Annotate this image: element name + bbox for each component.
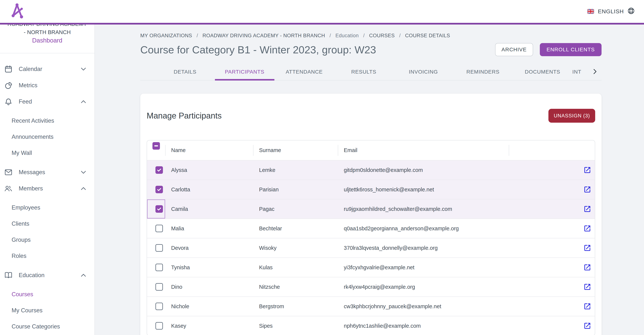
sidebar-item-roles[interactable]: Roles <box>0 248 94 264</box>
participant-surname-cell: Wisoky <box>253 245 338 251</box>
participant-row[interactable]: DevoraWisoky370lra3lqvesta_donnelly@exam… <box>147 238 595 257</box>
participant-row[interactable]: NicholeBergstromcw3kphbcrjohnny_paucek@e… <box>147 296 595 316</box>
participant-row[interactable]: MaliaBechtelarq0aa1sbd2georgianna_anders… <box>147 218 595 238</box>
row-checkbox[interactable] <box>156 322 163 329</box>
breadcrumb-item-education[interactable]: Education <box>335 33 359 39</box>
row-checkbox[interactable] <box>156 205 163 213</box>
participant-name-cell: Camila <box>165 206 253 212</box>
uk-flag-icon <box>587 9 594 14</box>
tab-int[interactable]: INT <box>572 64 589 80</box>
sidebar-item-recent-activities[interactable]: Recent Activities <box>0 113 94 129</box>
sidebar-item-feed[interactable]: Feed <box>0 93 94 110</box>
participant-surname-cell: Bechtelar <box>253 225 338 232</box>
row-checkbox[interactable] <box>156 244 163 252</box>
open-participant-icon[interactable] <box>583 263 592 271</box>
sidebar-item-employees[interactable]: Employees <box>0 200 94 216</box>
app-logo[interactable] <box>12 3 24 20</box>
language-selector[interactable]: ENGLISH <box>587 7 635 16</box>
logo-a-icon <box>12 3 24 20</box>
sidebar-item-announcements[interactable]: Announcements <box>0 129 94 145</box>
participant-email-cell: uljtettk6ross_homenick@example.net <box>338 186 509 193</box>
open-participant-icon[interactable] <box>583 166 592 174</box>
chevron-down-icon <box>80 67 86 71</box>
participant-surname-cell: Pagac <box>253 206 338 212</box>
participant-row[interactable]: TynishaKulasyi3fcyxhgvalrie@example.net <box>147 257 595 277</box>
participant-row[interactable]: DinoNitzscherk4lyxw4pcraig@example.org <box>147 277 595 296</box>
row-checkbox[interactable] <box>156 166 163 174</box>
row-checkbox[interactable] <box>156 283 163 291</box>
participant-row[interactable]: AlyssaLemkegitdpm0sldonette@example.com <box>147 160 595 180</box>
sidebar-item-label: Calendar <box>19 66 80 73</box>
sidebar-item-calendar[interactable]: Calendar <box>0 61 94 77</box>
sidebar-item-metrics[interactable]: Metrics <box>0 77 94 93</box>
participant-name-cell: Kasey <box>165 323 253 329</box>
sidebar-item-groups[interactable]: Groups <box>0 232 94 248</box>
sidebar-item-label: Groups <box>12 236 31 243</box>
enroll-clients-button[interactable]: ENROLL CLIENTS <box>540 43 602 56</box>
people-icon <box>4 185 12 192</box>
chevron-up-icon <box>80 273 86 277</box>
tab-participants[interactable]: PARTICIPANTS <box>215 64 274 80</box>
breadcrumb: MY ORGANIZATIONS/ROADWAY DRIVING ACADEMY… <box>140 33 602 39</box>
participant-name-cell: Devora <box>165 245 253 251</box>
sidebar-item-label: Clients <box>12 220 29 227</box>
sidebar-item-courses[interactable]: Courses <box>0 286 94 302</box>
breadcrumb-separator: / <box>399 33 401 39</box>
participant-row[interactable]: CamilaPagacru9jgxaomhildred_schowalter@e… <box>147 199 595 218</box>
row-checkbox[interactable] <box>156 303 163 310</box>
language-label: ENGLISH <box>598 8 624 15</box>
sidebar-item-members[interactable]: Members <box>0 180 94 197</box>
participant-row[interactable]: CarlottaParisianuljtettk6ross_homenick@e… <box>147 180 595 199</box>
pie-chart-icon <box>4 82 12 89</box>
sidebar-item-label: My Courses <box>12 307 42 314</box>
sidebar-item-my-courses[interactable]: My Courses <box>0 302 94 318</box>
breadcrumb-item-course-details[interactable]: COURSE DETAILS <box>405 33 450 39</box>
participants-table: Name Surname Email AlyssaLemkegitdpm0sld… <box>147 140 595 335</box>
tabs-scroll-right-button[interactable] <box>589 64 602 80</box>
open-participant-icon[interactable] <box>583 244 592 252</box>
sidebar-item-education[interactable]: Education <box>0 267 94 283</box>
book-icon <box>4 271 12 279</box>
tab-details[interactable]: DETAILS <box>155 64 215 80</box>
tab-documents[interactable]: DOCUMENTS <box>513 64 572 80</box>
row-checkbox[interactable] <box>156 186 163 193</box>
open-participant-icon[interactable] <box>583 283 592 291</box>
column-header-name: Name <box>165 145 253 156</box>
archive-button[interactable]: ARCHIVE <box>495 43 533 56</box>
tab-attendance[interactable]: ATTENDANCE <box>274 64 334 80</box>
dashboard-link[interactable]: Dashboard <box>0 36 94 45</box>
row-checkbox[interactable] <box>156 225 163 232</box>
globe-icon <box>628 7 635 16</box>
open-participant-icon[interactable] <box>583 322 592 330</box>
sidebar-item-course-categories[interactable]: Course Categories <box>0 318 94 335</box>
topbar: ENGLISH <box>0 0 644 25</box>
chevron-up-icon <box>80 186 86 191</box>
participant-row[interactable]: KaseySipesnph6ytnc1ashlie@example.com <box>147 316 595 335</box>
tab-reminders[interactable]: REMINDERS <box>453 64 513 80</box>
calendar-icon <box>4 65 12 73</box>
sidebar-item-messages[interactable]: Messages <box>0 164 94 180</box>
sidebar-item-label: Recent Activities <box>12 117 54 124</box>
sidebar-item-my-wall[interactable]: My Wall <box>0 145 94 161</box>
tab-invoicing[interactable]: INVOICING <box>394 64 453 80</box>
open-participant-icon[interactable] <box>583 185 592 194</box>
unassign-button[interactable]: UNASSIGN (3) <box>548 109 595 123</box>
sidebar-item-label: Courses <box>12 291 33 298</box>
tab-results[interactable]: RESULTS <box>334 64 394 80</box>
breadcrumb-separator: / <box>196 33 198 39</box>
open-participant-icon[interactable] <box>583 205 592 213</box>
participant-email-cell: 370lra3lqvesta_donnelly@example.org <box>338 245 509 251</box>
sidebar-item-clients[interactable]: Clients <box>0 216 94 232</box>
envelope-icon <box>4 168 12 176</box>
open-participant-icon[interactable] <box>583 224 592 233</box>
sidebar-item-label: Feed <box>19 98 80 105</box>
select-all-checkbox[interactable] <box>152 142 160 150</box>
breadcrumb-item-courses[interactable]: COURSES <box>369 33 395 39</box>
open-participant-icon[interactable] <box>583 302 592 310</box>
sidebar-item-label: Metrics <box>19 82 86 89</box>
breadcrumb-item-roadway-driving-academy-north-branch[interactable]: ROADWAY DRIVING ACADEMY - NORTH BRANCH <box>202 33 325 39</box>
row-checkbox[interactable] <box>156 264 163 271</box>
breadcrumb-item-my-organizations[interactable]: MY ORGANIZATIONS <box>140 33 192 39</box>
manage-participants-card: Manage Participants UNASSIGN (3) Name Su… <box>140 94 602 335</box>
sidebar-item-label: Announcements <box>12 134 54 140</box>
